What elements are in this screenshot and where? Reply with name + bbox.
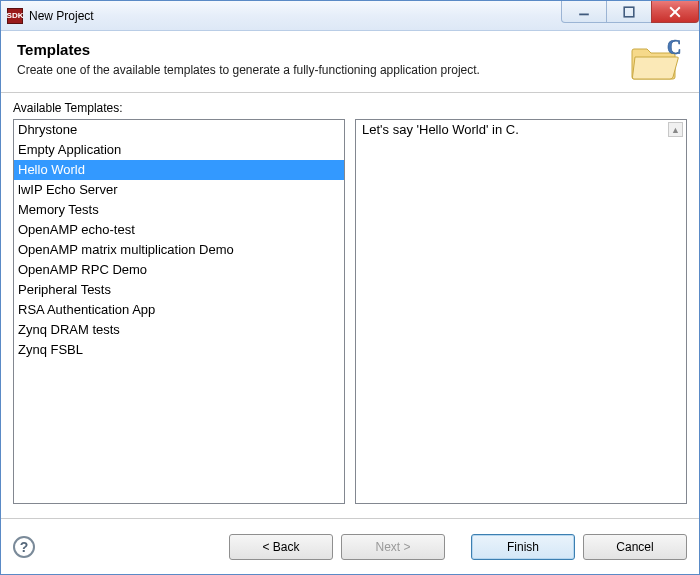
help-icon[interactable]: ?: [13, 536, 35, 558]
template-item[interactable]: RSA Authentication App: [14, 300, 344, 320]
template-item[interactable]: lwIP Echo Server: [14, 180, 344, 200]
svg-rect-1: [624, 7, 634, 17]
page-title: Templates: [17, 41, 683, 58]
next-button: Next >: [341, 534, 445, 560]
wizard-header: Templates Create one of the available te…: [1, 31, 699, 93]
close-button[interactable]: [651, 1, 699, 23]
template-item[interactable]: Memory Tests: [14, 200, 344, 220]
page-subtitle: Create one of the available templates to…: [17, 62, 557, 78]
window-title: New Project: [29, 9, 562, 23]
template-item[interactable]: OpenAMP matrix multiplication Demo: [14, 240, 344, 260]
available-templates-label: Available Templates:: [13, 101, 687, 115]
template-item[interactable]: Zynq FSBL: [14, 340, 344, 360]
wizard-footer: ? < Back Next > Finish Cancel: [1, 518, 699, 574]
template-description-text: Let's say 'Hello World' in C.: [362, 122, 519, 137]
app-icon: SDK: [7, 8, 23, 24]
maximize-button[interactable]: [606, 1, 652, 23]
template-item[interactable]: Zynq DRAM tests: [14, 320, 344, 340]
description-scrollbar[interactable]: ▲: [668, 122, 684, 501]
minimize-button[interactable]: [561, 1, 607, 23]
template-item[interactable]: Peripheral Tests: [14, 280, 344, 300]
template-description-box: Let's say 'Hello World' in C. ▲: [355, 119, 687, 504]
dialog-window: SDK New Project Templates Create one of …: [0, 0, 700, 575]
lists-row: DhrystoneEmpty ApplicationHello WorldlwI…: [13, 119, 687, 504]
template-item[interactable]: OpenAMP echo-test: [14, 220, 344, 240]
scroll-up-icon[interactable]: ▲: [668, 122, 683, 137]
template-listbox[interactable]: DhrystoneEmpty ApplicationHello WorldlwI…: [13, 119, 345, 504]
titlebar: SDK New Project: [1, 1, 699, 31]
folder-c-icon: C: [629, 39, 681, 84]
template-item[interactable]: Hello World: [14, 160, 344, 180]
cancel-button[interactable]: Cancel: [583, 534, 687, 560]
template-item[interactable]: Empty Application: [14, 140, 344, 160]
svg-text:C: C: [667, 39, 681, 58]
wizard-body: Available Templates: DhrystoneEmpty Appl…: [1, 93, 699, 518]
finish-button[interactable]: Finish: [471, 534, 575, 560]
template-item[interactable]: OpenAMP RPC Demo: [14, 260, 344, 280]
back-button[interactable]: < Back: [229, 534, 333, 560]
template-item[interactable]: Dhrystone: [14, 120, 344, 140]
window-controls: [562, 1, 699, 30]
